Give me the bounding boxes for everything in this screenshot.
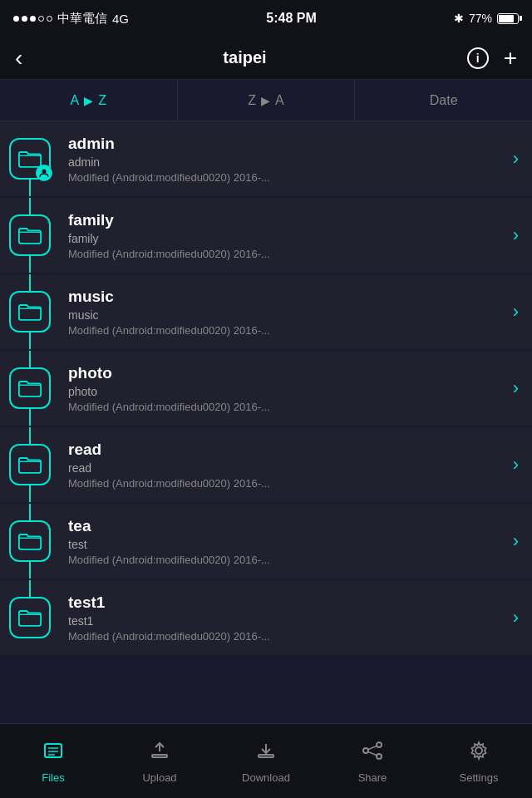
dot3 [30, 16, 36, 22]
settings-icon [467, 739, 490, 768]
file-chevron-admin[interactable]: › [500, 121, 532, 196]
timeline-col [0, 504, 60, 579]
timeline-col [0, 427, 60, 502]
file-item-read[interactable]: read read Modified (Android:modifiedu002… [0, 427, 532, 502]
folder-icon-wrap-admin [9, 138, 51, 180]
file-name-tea: tea [68, 517, 491, 535]
svg-rect-6 [259, 755, 273, 757]
header: ‹ taipei i + [0, 37, 532, 80]
file-modified-family: Modified (Android:modifiedu0020) 2016-..… [68, 248, 491, 260]
file-item-tea[interactable]: tea test Modified (Android:modifiedu0020… [0, 504, 532, 579]
header-actions: i + [467, 45, 517, 71]
file-info-read: read read Modified (Android:modifiedu002… [60, 427, 500, 502]
file-chevron-family[interactable]: › [500, 198, 532, 273]
nav-upload-label: Upload [142, 771, 176, 784]
folder-icon-wrap-music [9, 291, 51, 332]
file-chevron-photo[interactable]: › [500, 351, 532, 426]
svg-rect-5 [152, 755, 167, 757]
back-button[interactable]: ‹ [15, 45, 22, 71]
bluetooth-icon: ✱ [454, 12, 464, 25]
file-chevron-read[interactable]: › [500, 427, 532, 502]
folder-icon-wrap-tea [9, 520, 51, 562]
person-badge [36, 165, 52, 181]
timeline-col [0, 121, 60, 196]
sort-za[interactable]: Z ▶ A [178, 80, 356, 121]
svg-point-9 [363, 748, 368, 753]
file-name-music: music [68, 288, 491, 306]
file-info-family: family family Modified (Android:modified… [60, 198, 500, 273]
timeline-col [0, 274, 60, 349]
timeline-line-top [29, 274, 31, 291]
file-item-test1[interactable]: test1 test1 Modified (Android:modifiedu0… [0, 580, 532, 655]
file-name-family: family [68, 211, 491, 229]
file-modified-test1: Modified (Android:modifiedu0020) 2016-..… [68, 630, 491, 643]
file-name-admin: admin [68, 135, 491, 153]
file-item-music[interactable]: music music Modified (Android:modifiedu0… [0, 274, 532, 349]
timeline-line-bottom [29, 409, 31, 426]
file-subtitle-music: music [68, 308, 491, 322]
file-modified-music: Modified (Android:modifiedu0020) 2016-..… [68, 324, 491, 337]
file-chevron-tea[interactable]: › [500, 504, 532, 579]
nav-files-label: Files [42, 771, 64, 784]
nav-download-label: Download [242, 771, 290, 784]
folder-icon-wrap-photo [9, 367, 51, 409]
file-modified-read: Modified (Android:modifiedu0020) 2016-..… [68, 477, 491, 490]
nav-settings-label: Settings [460, 771, 499, 784]
file-subtitle-admin: admin [68, 155, 491, 169]
nav-share[interactable]: Share [319, 724, 426, 798]
sort-bar: A ▶ Z Z ▶ A Date [0, 80, 532, 121]
info-button[interactable]: i [467, 47, 489, 69]
sort-az[interactable]: A ▶ Z [0, 80, 178, 121]
file-item-admin[interactable]: admin admin Modified (Android:modifiedu0… [0, 121, 532, 196]
sort-az-arrow: ▶ [84, 94, 93, 107]
nav-upload[interactable]: Upload [106, 724, 213, 798]
timeline-line-bottom [29, 485, 31, 502]
timeline-line-top [29, 351, 31, 367]
file-info-music: music music Modified (Android:modifiedu0… [60, 274, 500, 349]
battery-fill [499, 15, 514, 22]
nav-files[interactable]: Files [0, 724, 106, 798]
timeline-line-top [29, 504, 31, 520]
dot2 [22, 16, 27, 22]
file-chevron-music[interactable]: › [500, 274, 532, 349]
svg-line-10 [368, 746, 377, 749]
upload-icon [148, 739, 171, 768]
dot1 [13, 16, 19, 22]
file-info-test1: test1 test1 Modified (Android:modifiedu0… [60, 580, 500, 655]
timeline-line-top [29, 427, 31, 444]
file-info-photo: photo photo Modified (Android:modifiedu0… [60, 351, 500, 426]
timeline-line-top [29, 580, 31, 597]
signal-dots [13, 16, 52, 22]
sort-za-arrow: ▶ [261, 94, 270, 107]
file-modified-photo: Modified (Android:modifiedu0020) 2016-..… [68, 401, 491, 413]
timeline-line-bottom [29, 562, 31, 579]
timeline-line-bottom [29, 638, 31, 655]
sort-az-label2: Z [98, 93, 106, 108]
file-item-family[interactable]: family family Modified (Android:modified… [0, 198, 532, 273]
sort-date[interactable]: Date [355, 80, 532, 121]
status-left: 中華電信 4G [13, 11, 129, 27]
file-chevron-test1[interactable]: › [500, 580, 532, 655]
nav-settings[interactable]: Settings [426, 724, 532, 798]
file-subtitle-family: family [68, 232, 491, 245]
bottom-nav: Files Upload Download [0, 723, 532, 798]
nav-share-label: Share [358, 771, 387, 784]
battery-icon [497, 13, 519, 24]
nav-download[interactable]: Download [213, 724, 319, 798]
sort-date-label: Date [430, 93, 458, 108]
file-modified-tea: Modified (Android:modifiedu0020) 2016-..… [68, 554, 491, 566]
dot4 [38, 16, 44, 22]
battery-percent: 77% [469, 12, 492, 25]
file-subtitle-photo: photo [68, 385, 491, 398]
files-icon [42, 739, 65, 768]
timeline-line-bottom [29, 332, 31, 349]
file-info-tea: tea test Modified (Android:modifiedu0020… [60, 504, 500, 579]
file-subtitle-test1: test1 [68, 614, 491, 628]
file-subtitle-read: read [68, 461, 491, 475]
file-name-photo: photo [68, 364, 491, 382]
add-button[interactable]: + [504, 45, 517, 71]
file-item-photo[interactable]: photo photo Modified (Android:modifiedu0… [0, 351, 532, 426]
page-title: taipei [223, 48, 266, 67]
status-bar: 中華電信 4G 5:48 PM ✱ 77% [0, 0, 532, 37]
folder-icon-wrap-family [9, 214, 51, 256]
